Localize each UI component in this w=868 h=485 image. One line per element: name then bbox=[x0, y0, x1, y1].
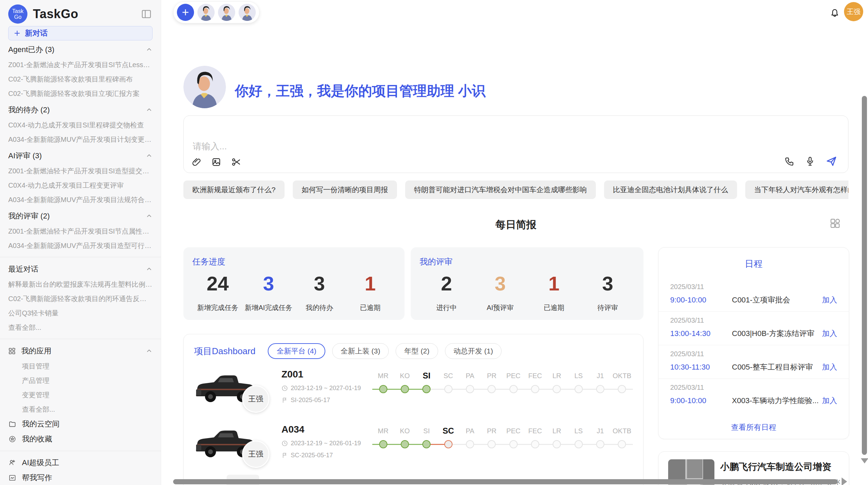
suggestion-chip[interactable]: 欧洲新规最近颁布了什么? bbox=[183, 181, 285, 199]
sidebar-task-item[interactable]: C0X4-动力总成开发项目SI里程碑提交物检查 bbox=[8, 118, 153, 132]
greeting-title: 你好，王强，我是你的项目管理助理 小识 bbox=[235, 82, 485, 100]
sidebar-section-header[interactable]: AI评审 (3) bbox=[8, 148, 153, 164]
sidebar-collapse-icon[interactable] bbox=[141, 9, 152, 20]
sidebar-task-item[interactable]: A034-全新新能源MUV产品开发项目计划变更表编写 bbox=[8, 132, 153, 147]
join-link[interactable]: 加入 bbox=[822, 295, 837, 305]
event-date: 2025/03/11 bbox=[670, 316, 837, 324]
my-apps-label: 我的应用 bbox=[21, 346, 146, 356]
notification-bell-icon[interactable] bbox=[829, 7, 841, 18]
sidebar-section-header[interactable]: 我的待办 (2) bbox=[8, 102, 153, 118]
sidebar-section-my-apps[interactable]: 我的应用 bbox=[8, 343, 153, 359]
app-item[interactable]: 变更管理 bbox=[8, 388, 153, 402]
schedule-event: 2025/03/1113:00-14:30C003|H0B-方案冻结评审加入 bbox=[659, 312, 849, 345]
vertical-scrollbar[interactable] bbox=[862, 96, 867, 455]
milestone-nodes bbox=[372, 385, 633, 394]
image-icon[interactable] bbox=[211, 157, 221, 167]
new-chat-button[interactable]: 新对话 bbox=[8, 26, 153, 40]
dashboard-tab[interactable]: 全新上装 (3) bbox=[332, 343, 389, 359]
sidebar-task-item[interactable]: Z001-全新燃油轻卡产品开发项目SI造型提交物评审 bbox=[8, 164, 153, 178]
milestone-cell bbox=[524, 440, 546, 449]
sidebar-task-item[interactable]: C02-飞腾新能源轻客改款项目立项汇报方案 bbox=[8, 86, 153, 101]
chat-composer[interactable]: 请输入... bbox=[183, 115, 848, 173]
suggestion-chip[interactable]: 当下年轻人对汽车外观有怎样的喜好趋势 bbox=[745, 181, 848, 199]
scroll-down-arrow[interactable] bbox=[861, 458, 868, 463]
milestone-label: J1 bbox=[589, 370, 611, 382]
phone-icon[interactable] bbox=[784, 156, 795, 166]
sidebar-section-recent[interactable]: 最近对话 bbox=[8, 261, 153, 277]
sidebar-task-item[interactable]: C0X4-动力总成开发项目工程变更评审 bbox=[8, 178, 153, 192]
milestone-cell bbox=[459, 385, 481, 394]
project-row: 王强A0342023-12-19 ~ 2026-01-19SC-2025-05-… bbox=[194, 419, 633, 473]
milestone-label: KO bbox=[394, 425, 415, 437]
stat-item: 3待评审 bbox=[581, 272, 635, 312]
sidebar-item-ai-super-staff[interactable]: AI超级员工 bbox=[8, 455, 153, 470]
sidebar-task-item[interactable]: C02-飞腾新能源轻客改款项目里程碑画布 bbox=[8, 72, 153, 86]
sidebar-task-item[interactable]: A034-全新新能源MUV产品开发项目造型可行性评审 bbox=[8, 238, 153, 253]
stat-value: 2 bbox=[420, 272, 473, 295]
microphone-icon[interactable] bbox=[805, 156, 815, 166]
recent-view-all[interactable]: 查看全部... bbox=[8, 320, 153, 335]
milestone-label: FEC bbox=[524, 370, 546, 382]
avatar[interactable] bbox=[197, 4, 215, 21]
avatar[interactable] bbox=[239, 4, 256, 21]
logo-line1: Task bbox=[12, 8, 24, 14]
new-session-button[interactable] bbox=[177, 4, 194, 21]
sidebar-item-help-write[interactable]: 帮我写作 bbox=[8, 470, 153, 485]
milestone-cell bbox=[481, 440, 503, 449]
horizontal-scrollbar[interactable] bbox=[173, 479, 837, 484]
paperclip-icon[interactable] bbox=[191, 157, 202, 167]
join-link[interactable]: 加入 bbox=[822, 328, 837, 339]
project-code: Z001 bbox=[281, 369, 374, 380]
milestone-labels: MRKOSISCPAPRPECFECLRLSJ1OKTB bbox=[372, 425, 633, 437]
my-review-card: 我的评审 2进行中3AI预评审1已逾期3待评审 bbox=[411, 247, 643, 320]
sidebar-item-favorites[interactable]: 我的收藏 bbox=[8, 432, 153, 447]
recent-conversation-item[interactable]: 解释最新出台的欧盟报废车法规再生塑料比例被调至15%... bbox=[8, 277, 153, 291]
section-label: AI评审 (3) bbox=[8, 151, 146, 161]
stat-value: 3 bbox=[473, 272, 527, 295]
stat-label: 新增完成任务 bbox=[192, 303, 243, 312]
sidebar-section-header[interactable]: 我的评审 (2) bbox=[8, 208, 153, 224]
join-link[interactable]: 加入 bbox=[822, 362, 837, 372]
view-all-schedule-link[interactable]: 查看所有日程 bbox=[659, 422, 849, 433]
date-range-text: 2023-12-19 ~ 2027-01-19 bbox=[291, 385, 361, 392]
scroll-right-arrow[interactable] bbox=[842, 477, 847, 485]
suggestion-chip[interactable]: 比亚迪全固态电池计划具体说了什么 bbox=[604, 181, 737, 199]
sidebar-task-item[interactable]: A034-全新新能源MUV产品开发项目法规符合性评审 bbox=[8, 192, 153, 207]
dashboard-tab[interactable]: 动总开发 (1) bbox=[445, 343, 502, 359]
sidebar-section-header[interactable]: Agent已办 (3) bbox=[8, 42, 153, 58]
schedule-event: 2025/03/1110:30-11:30C005-整车工程目标评审加入 bbox=[659, 345, 849, 379]
event-row: 10:30-11:30C005-整车工程目标评审加入 bbox=[670, 362, 837, 372]
apps-view-all[interactable]: 查看全部... bbox=[8, 402, 153, 416]
recent-conversation-item[interactable]: C02-飞腾新能源轻客改款项目的闭环通告反馈情况 bbox=[8, 291, 153, 306]
milestone-label: SC bbox=[437, 425, 459, 437]
quick-access-pill bbox=[173, 1, 260, 23]
milestone-node bbox=[618, 385, 626, 393]
flag-text: SC-2025-05-17 bbox=[291, 452, 333, 459]
sidebar-item-cloud-space[interactable]: 我的云空间 bbox=[8, 416, 153, 432]
event-row: 9:00-10:00X003-车辆动力学性能验...加入 bbox=[670, 396, 837, 406]
app-item[interactable]: 项目管理 bbox=[8, 359, 153, 373]
sidebar-task-item[interactable]: Z001-全新燃油皮卡产品开发项目SI节点Lesson Learn报告 bbox=[8, 58, 153, 72]
avatar[interactable] bbox=[218, 4, 235, 21]
milestone-cell bbox=[372, 385, 394, 394]
suggestion-chip[interactable]: 如何写一份清晰的项目周报 bbox=[293, 181, 397, 199]
dashboard-tab[interactable]: 年型 (2) bbox=[396, 343, 438, 359]
milestone-cell bbox=[437, 440, 459, 449]
dashboard-title: 项目Dashboard bbox=[194, 345, 255, 357]
milestone-node bbox=[553, 385, 561, 393]
layout-grid-icon[interactable] bbox=[830, 218, 841, 229]
sidebar-task-item[interactable]: Z001-全新燃油轻卡产品开发项目SI节点属性5D文件评审 bbox=[8, 224, 153, 238]
suggestion-chip[interactable]: 特朗普可能对进口汽车增税会对中国车企造成哪些影响 bbox=[405, 181, 596, 199]
join-link[interactable]: 加入 bbox=[822, 396, 837, 406]
ai-super-staff-label: AI超级员工 bbox=[22, 458, 59, 468]
dashboard-tab[interactable]: 全新平台 (4) bbox=[268, 343, 325, 359]
stat-label: 已逾期 bbox=[345, 303, 396, 312]
send-icon[interactable] bbox=[825, 156, 837, 167]
recent-conversation-item[interactable]: 公司Q3轻卡销量 bbox=[8, 306, 153, 320]
user-avatar-badge[interactable]: 王强 bbox=[844, 2, 863, 21]
chevron-up-icon bbox=[146, 152, 153, 159]
app-item[interactable]: 产品管理 bbox=[8, 373, 153, 388]
suggestion-chips: 欧洲新规最近颁布了什么?如何写一份清晰的项目周报特朗普可能对进口汽车增税会对中国… bbox=[183, 181, 848, 199]
milestone-labels: MRKOSISCPAPRPECFECLRLSJ1OKTB bbox=[372, 370, 633, 382]
scissors-icon[interactable] bbox=[231, 157, 241, 167]
